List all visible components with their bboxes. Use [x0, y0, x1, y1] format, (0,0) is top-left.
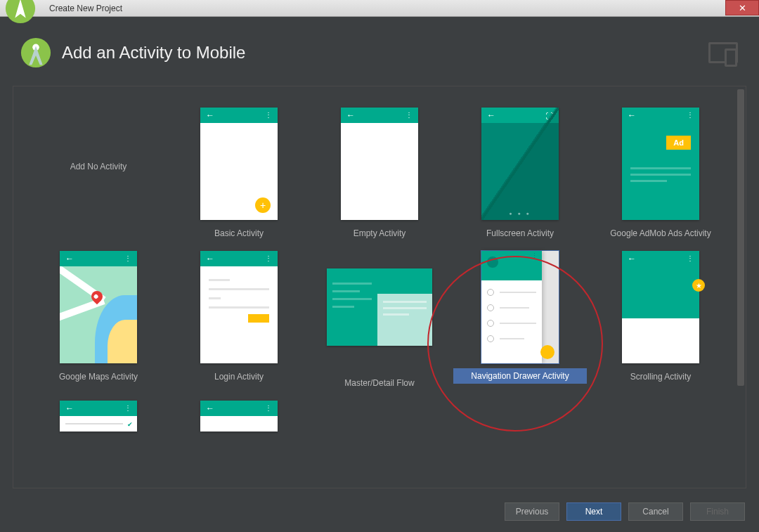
- titlebar: Create New Project ✕: [0, 0, 759, 17]
- login-button-icon: [248, 314, 269, 323]
- activity-tile-partial-2[interactable]: ←⋮: [172, 401, 306, 440]
- page-title: Add an Activity to Mobile: [62, 43, 245, 63]
- tile-label: Empty Activity: [353, 228, 406, 238]
- activity-tile-maps[interactable]: ←⋮ Google Maps Activity: [32, 251, 165, 388]
- checkmark-icon: ✔: [127, 421, 133, 428]
- tile-preview: ←⋮: [60, 251, 137, 363]
- activity-tile-navigation-drawer[interactable]: ⋮ Navigation Drawer Activity: [453, 251, 587, 388]
- scroll-area[interactable]: Add No Activity ←⋮ + Basic Activity ←⋮ E…: [13, 86, 746, 488]
- activity-tile-scrolling[interactable]: ←⋮ ★ Scrolling Activity: [594, 251, 727, 388]
- fab-icon: [540, 345, 554, 359]
- back-arrow-icon: ←: [65, 403, 74, 413]
- android-studio-icon: [4, 0, 37, 25]
- activity-gallery: Add No Activity ←⋮ + Basic Activity ←⋮ E…: [13, 86, 746, 488]
- activity-tile-fullscreen[interactable]: ← ⛶ ● ● ● Fullscreen Activity: [453, 108, 587, 238]
- close-icon: ✕: [739, 3, 746, 13]
- activity-tile-admob[interactable]: ←⋮ Ad Google AdMob Ads Activity: [594, 108, 727, 238]
- tile-label: Fullscreen Activity: [486, 228, 554, 238]
- menu-dots-icon: ⋮: [531, 254, 538, 257]
- cancel-button[interactable]: Cancel: [628, 502, 683, 521]
- tile-preview: ←⋮ ★: [622, 251, 699, 363]
- menu-dots-icon: ⋮: [265, 114, 272, 117]
- activity-tile-master-detail[interactable]: Master/Detail Flow: [313, 251, 446, 388]
- star-icon: ★: [692, 279, 705, 292]
- menu-dots-icon: ⋮: [124, 407, 131, 410]
- tile-label: Login Activity: [214, 372, 264, 382]
- tile-preview: ←⋮: [341, 108, 418, 220]
- back-arrow-icon: ←: [206, 403, 214, 413]
- previous-button[interactable]: Previous: [505, 502, 559, 521]
- tile-preview: ⋮: [481, 251, 559, 363]
- menu-dots-icon: ⋮: [265, 257, 272, 260]
- tile-preview: ←⋮: [200, 401, 278, 432]
- tile-preview: ←⋮ Ad: [622, 108, 699, 220]
- tile-preview: ←⋮: [200, 251, 278, 363]
- device-icon: [708, 42, 738, 63]
- wizard-footer: Previous Next Cancel Finish: [0, 494, 759, 532]
- back-arrow-icon: ←: [346, 110, 355, 120]
- menu-dots-icon: ⋮: [406, 114, 413, 117]
- tile-label: Scrolling Activity: [630, 372, 692, 382]
- header: Add an Activity to Mobile: [0, 17, 759, 86]
- tile-preview: ←⋮ ✔: [60, 401, 137, 432]
- menu-dots-icon: ⋮: [124, 257, 131, 260]
- close-button[interactable]: ✕: [725, 0, 759, 15]
- menu-dots-icon: ⋮: [265, 407, 272, 410]
- android-studio-logo: [20, 37, 52, 69]
- back-arrow-icon: ←: [206, 254, 214, 264]
- activity-tile-partial-1[interactable]: ←⋮ ✔: [32, 401, 165, 440]
- tile-label: Master/Detail Flow: [344, 378, 414, 388]
- window-body: Add an Activity to Mobile Add No Activit…: [0, 17, 759, 532]
- tile-preview: ← ⛶ ● ● ●: [481, 108, 559, 220]
- scrollbar-thumb[interactable]: [737, 89, 744, 386]
- finish-button[interactable]: Finish: [690, 502, 745, 521]
- activity-tile-add-no-activity[interactable]: Add No Activity: [32, 108, 165, 238]
- back-arrow-icon: ←: [628, 254, 636, 264]
- activity-tile-basic[interactable]: ←⋮ + Basic Activity: [172, 108, 306, 238]
- back-arrow-icon: ←: [628, 110, 636, 120]
- back-arrow-icon: ←: [65, 254, 74, 264]
- menu-dots-icon: ⋮: [687, 257, 694, 260]
- activity-tile-empty[interactable]: ←⋮ Empty Activity: [313, 108, 446, 238]
- menu-dots-icon: ⋮: [687, 114, 694, 117]
- tile-label: Add No Activity: [70, 162, 127, 171]
- tile-label: Google AdMob Ads Activity: [610, 228, 711, 238]
- activity-tile-login[interactable]: ←⋮ Login Activity: [172, 251, 306, 388]
- back-arrow-icon: ←: [206, 110, 214, 120]
- tile-label: Google Maps Activity: [59, 372, 138, 382]
- pager-dots-icon: ● ● ●: [481, 211, 559, 216]
- next-button[interactable]: Next: [566, 502, 621, 521]
- tile-preview: ←⋮ +: [200, 108, 278, 220]
- tile-label: Basic Activity: [214, 228, 264, 238]
- activity-grid: Add No Activity ←⋮ + Basic Activity ←⋮ E…: [13, 86, 746, 461]
- tile-label: Navigation Drawer Activity: [453, 368, 587, 384]
- fab-icon: +: [255, 197, 271, 213]
- window-title: Create New Project: [49, 4, 122, 13]
- vertical-scrollbar[interactable]: [737, 89, 744, 485]
- tile-preview: [327, 268, 432, 346]
- ad-badge: Ad: [666, 136, 691, 150]
